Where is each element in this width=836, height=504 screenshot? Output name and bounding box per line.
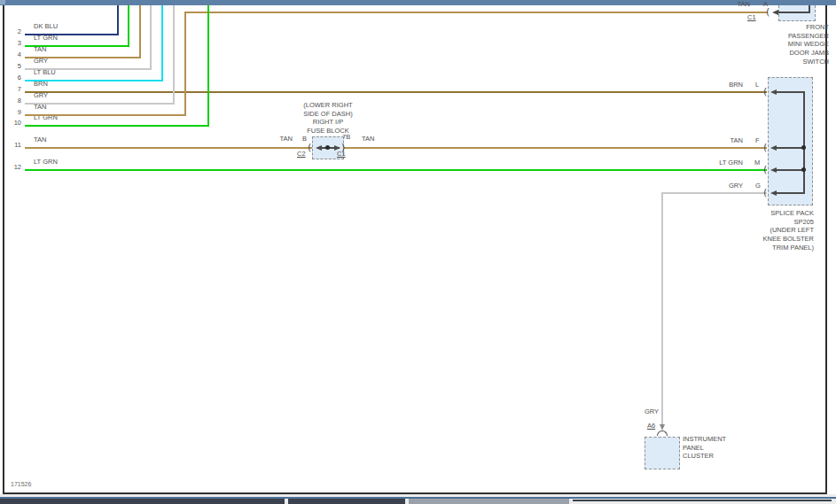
wire-ltgrn2-v	[207, 5, 209, 127]
wire-color-label: GRY	[34, 58, 48, 65]
door-switch-box	[778, 5, 816, 21]
window-corner-mark	[0, 0, 5, 4]
page-border-right	[825, 5, 827, 494]
row-number: 10	[9, 120, 21, 127]
bottom-window-seg	[288, 499, 405, 504]
splice-pin-letter: F	[755, 137, 760, 144]
cluster-connector-arc-icon	[657, 430, 668, 436]
splice-wire-label: LT GRN	[702, 159, 743, 167]
wire-tan-h	[25, 57, 141, 58]
door-switch-caption: FRONT PASSENGER MINI WEDGE DOOR JAMB SWI…	[740, 23, 829, 66]
wire-color-label: LT GRN	[34, 35, 58, 42]
splice-wire-label: TAN	[702, 137, 743, 144]
row-number: 8	[9, 97, 21, 105]
door-internal-h	[777, 12, 810, 13]
wire-color-label: GRY	[34, 92, 48, 99]
cluster-arrow-icon	[660, 424, 665, 430]
row-number: 9	[9, 109, 21, 116]
wire-color-label: TAN	[34, 104, 46, 111]
instrument-cluster-box	[645, 437, 680, 469]
row-number: 12	[9, 164, 21, 171]
bottom-window-seg	[0, 499, 285, 504]
row-number: 5	[9, 63, 21, 70]
connector-paren-open-icon: (	[763, 188, 767, 198]
splice-pack-caption: SPLICE PACK SP205 (UNDER LEFT KNEE BOLST…	[700, 209, 814, 252]
door-conn-id: C1	[747, 14, 756, 21]
splice-pin-letter: G	[755, 182, 761, 190]
wire-ltgrn-h	[25, 45, 129, 47]
wire-ltblu-v	[161, 5, 163, 81]
wire-tan3-h-left	[25, 147, 313, 149]
door-wire-label: TAN	[715, 1, 750, 8]
page-border-left	[3, 5, 4, 494]
splice-arrow-F-icon	[770, 145, 777, 151]
splice-wire-label: GRY	[702, 182, 743, 190]
wire-color-label: LT BLU	[34, 69, 56, 76]
splice-wire-label: BRN	[702, 81, 743, 89]
splice-arrow-M-icon	[770, 167, 777, 173]
cluster-wire-label: GRY	[645, 408, 659, 415]
wire-gry3-h	[661, 192, 767, 194]
wire-gry2-v	[173, 5, 175, 105]
wire-ltgrn3-h	[25, 169, 767, 171]
wire-color-label: BRN	[34, 81, 48, 88]
connector-paren-open-icon: (	[763, 143, 767, 152]
wiring-diagram-screen: 2 3 4 5 6 7 8 9 10 11 12 DK BLU LT GRN T…	[0, 0, 836, 504]
row-number: 6	[9, 74, 21, 81]
wire-color-label: DK BLU	[34, 23, 58, 30]
wire-brn-h	[25, 91, 767, 93]
row-number: 11	[9, 142, 21, 149]
fuse-block-caption: (LOWER RIGHT SIDE OF DASH) RIGHT I/P FUS…	[284, 101, 372, 136]
fuse-pin-left-label: B	[302, 136, 307, 143]
bottom-window-seg	[409, 499, 569, 504]
fuse-conn-right-id: C1	[337, 151, 346, 158]
fuse-arrow-left-icon	[316, 145, 322, 151]
splice-arrow-L-icon	[770, 89, 777, 95]
wire-tan2-v	[184, 12, 186, 116]
splice-pack-box	[768, 77, 813, 205]
fuse-left-wire-label: TAN	[266, 136, 293, 143]
wire-gry-v	[150, 5, 152, 70]
door-internal-v	[809, 5, 810, 13]
instrument-cluster-caption: INSTRUMENT PANEL CLUSTER	[683, 435, 726, 461]
wire-gry3-v	[661, 192, 663, 426]
connector-paren-open-icon: (	[308, 143, 311, 152]
wire-ltblu-h	[25, 80, 163, 81]
wire-tan3-h-right	[343, 147, 767, 149]
wire-tan2-top-h	[184, 12, 768, 13]
fuse-splice-dot	[325, 145, 330, 150]
splice-dot-F	[801, 145, 806, 150]
wire-ltgrn2-h	[25, 125, 209, 127]
fuse-right-wire-label: TAN	[362, 136, 374, 143]
row-number: 3	[9, 40, 21, 47]
wire-color-label: TAN	[34, 136, 46, 143]
splice-internal-bus-v	[803, 91, 805, 194]
splice-internal-h-G	[777, 192, 805, 194]
splice-internal-h-L	[777, 91, 805, 93]
wire-gry-h	[25, 68, 152, 70]
wire-tan2-h	[25, 114, 186, 116]
connector-paren-open-icon: (	[763, 165, 767, 174]
top-window-bar	[0, 0, 836, 5]
row-number: 2	[9, 28, 21, 35]
row-number: 4	[9, 51, 21, 58]
connector-paren-open-icon: (	[766, 7, 770, 17]
diagram-id: 171526	[11, 481, 31, 487]
row-number: 7	[9, 86, 21, 93]
cluster-pin-id: A6	[647, 423, 655, 430]
wire-color-label: TAN	[34, 46, 46, 53]
wire-dkblu-v	[117, 5, 119, 35]
wire-ltgrn-v	[128, 5, 129, 47]
wire-gry2-h	[25, 103, 175, 105]
connector-paren-open-icon: (	[763, 87, 767, 97]
wire-tan-v	[139, 5, 141, 58]
splice-pin-letter: M	[754, 159, 760, 167]
wire-dkblu-h	[25, 34, 119, 35]
bottom-window-seg	[573, 500, 832, 501]
splice-dot-M	[801, 167, 806, 172]
fuse-conn-left-id: C2	[297, 151, 306, 158]
wire-color-label: LT GRN	[34, 159, 58, 166]
splice-arrow-G-icon	[770, 190, 777, 196]
splice-pin-letter: L	[755, 81, 759, 89]
